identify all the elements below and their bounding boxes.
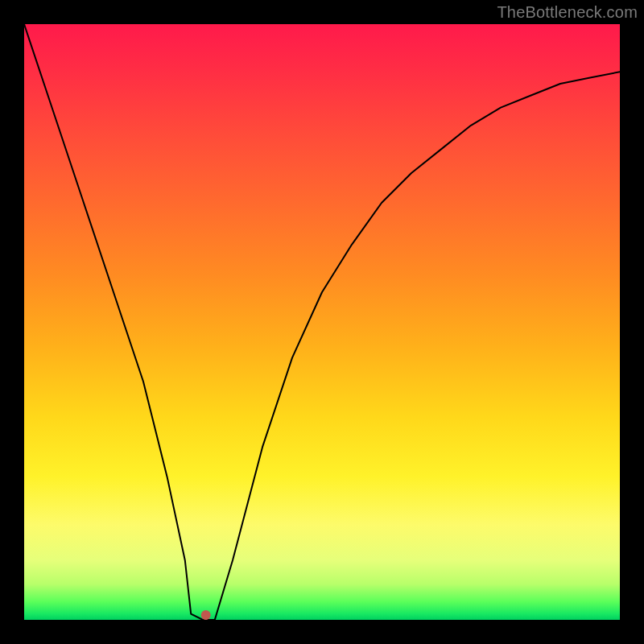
chart-frame: TheBottleneck.com bbox=[0, 0, 644, 644]
bottleneck-curve bbox=[24, 24, 620, 620]
plot-area bbox=[24, 24, 620, 620]
watermark-text: TheBottleneck.com bbox=[497, 3, 638, 22]
curve-svg bbox=[24, 24, 620, 620]
optimum-marker bbox=[201, 610, 211, 620]
